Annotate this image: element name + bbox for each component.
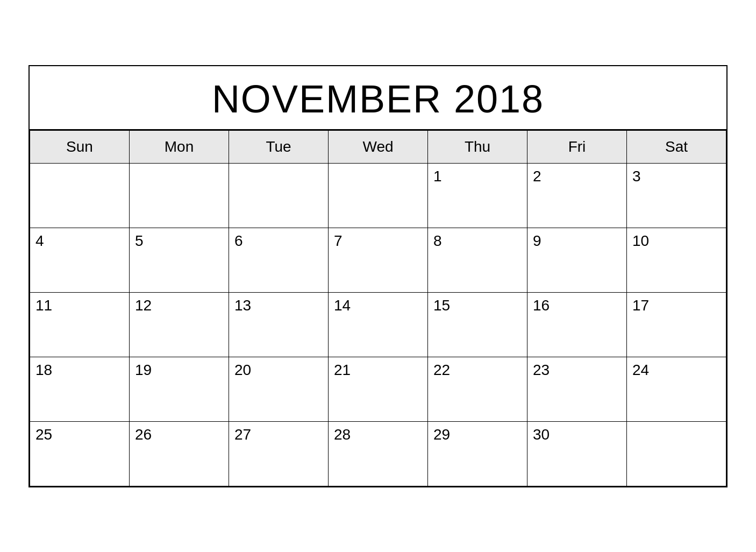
day-headers-row: SunMonTueWedThuFriSat xyxy=(30,130,726,163)
calendar-cell: 30 xyxy=(527,421,627,486)
calendar-grid: SunMonTueWedThuFriSat 123456789101112131… xyxy=(30,130,726,486)
calendar-cell: 15 xyxy=(428,292,527,357)
calendar: NOVEMBER 2018 SunMonTueWedThuFriSat 1234… xyxy=(28,65,728,487)
week-row-4: 18192021222324 xyxy=(30,357,726,421)
calendar-cell: 1 xyxy=(428,163,527,228)
week-row-3: 11121314151617 xyxy=(30,292,726,357)
calendar-cell: 11 xyxy=(30,292,130,357)
day-header-mon: Mon xyxy=(130,130,229,163)
calendar-cell xyxy=(30,163,130,228)
calendar-cell: 21 xyxy=(329,357,428,421)
day-header-fri: Fri xyxy=(527,130,627,163)
day-header-thu: Thu xyxy=(428,130,527,163)
calendar-cell: 20 xyxy=(229,357,329,421)
calendar-cell: 2 xyxy=(527,163,627,228)
week-row-1: 123 xyxy=(30,163,726,228)
calendar-cell: 7 xyxy=(329,228,428,292)
calendar-cell: 5 xyxy=(130,228,229,292)
calendar-cell: 27 xyxy=(229,421,329,486)
calendar-cell: 26 xyxy=(130,421,229,486)
calendar-cell: 23 xyxy=(527,357,627,421)
calendar-cell: 19 xyxy=(130,357,229,421)
calendar-cell: 28 xyxy=(329,421,428,486)
calendar-title: NOVEMBER 2018 xyxy=(212,77,544,121)
day-header-sat: Sat xyxy=(627,130,726,163)
calendar-header: NOVEMBER 2018 xyxy=(30,66,726,130)
calendar-cell: 17 xyxy=(627,292,726,357)
calendar-cell: 14 xyxy=(329,292,428,357)
calendar-cell: 9 xyxy=(527,228,627,292)
calendar-cell xyxy=(130,163,229,228)
week-row-2: 45678910 xyxy=(30,228,726,292)
calendar-cell: 24 xyxy=(627,357,726,421)
week-row-5: 252627282930 xyxy=(30,421,726,486)
calendar-cell xyxy=(229,163,329,228)
calendar-cell xyxy=(329,163,428,228)
calendar-cell: 10 xyxy=(627,228,726,292)
day-header-sun: Sun xyxy=(30,130,130,163)
calendar-cell: 12 xyxy=(130,292,229,357)
calendar-cell: 3 xyxy=(627,163,726,228)
calendar-cell: 4 xyxy=(30,228,130,292)
calendar-cell: 16 xyxy=(527,292,627,357)
day-header-tue: Tue xyxy=(229,130,329,163)
calendar-cell xyxy=(627,421,726,486)
calendar-cell: 29 xyxy=(428,421,527,486)
calendar-cell: 18 xyxy=(30,357,130,421)
day-header-wed: Wed xyxy=(329,130,428,163)
calendar-cell: 25 xyxy=(30,421,130,486)
calendar-cell: 22 xyxy=(428,357,527,421)
calendar-cell: 8 xyxy=(428,228,527,292)
calendar-cell: 13 xyxy=(229,292,329,357)
calendar-cell: 6 xyxy=(229,228,329,292)
